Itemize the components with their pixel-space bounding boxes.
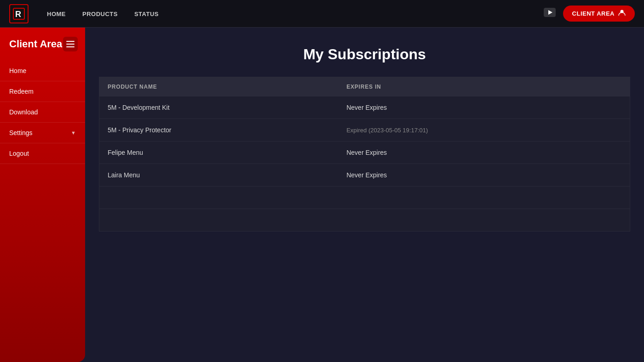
- cell-expires-in: Never Expires: [338, 164, 630, 187]
- hamburger-button[interactable]: [63, 37, 78, 51]
- cell-expires-in: Expired (2023-05-05 19:17:01): [338, 119, 630, 141]
- table-row-empty: [99, 187, 630, 209]
- sidebar-link-download[interactable]: Download: [0, 102, 85, 122]
- table-row: Felipe MenuNever Expires: [99, 141, 630, 164]
- table-row-empty: [99, 209, 630, 232]
- sidebar-item-download[interactable]: Download: [0, 102, 85, 123]
- user-icon: [618, 9, 626, 18]
- cell-product-name: Laira Menu: [99, 164, 339, 187]
- sidebar-item-redeem[interactable]: Redeem: [0, 81, 85, 102]
- table-header: PRODUCT NAME EXPIRES IN: [99, 77, 630, 97]
- svg-text:R: R: [15, 10, 21, 19]
- client-area-button[interactable]: CLIENT AREA: [563, 6, 635, 22]
- sidebar-link-home[interactable]: Home: [0, 61, 85, 81]
- logo: R: [9, 4, 29, 23]
- sidebar-link-redeem[interactable]: Redeem: [0, 81, 85, 102]
- logo-icon: R: [12, 7, 25, 20]
- sidebar-nav: Home Redeem Download Settings ▼ Logout: [0, 61, 85, 164]
- table-row: 5M - Privacy ProtectorExpired (2023-05-0…: [99, 119, 630, 141]
- hamburger-line-1: [66, 41, 75, 42]
- nav-links: HOME PRODUCTS STATUS: [47, 10, 159, 18]
- table-row: 5M - Development KitNever Expires: [99, 96, 630, 119]
- cell-expires-in: Never Expires: [338, 96, 630, 119]
- col-product-name: PRODUCT NAME: [99, 77, 339, 97]
- page-title: My Subscriptions: [99, 46, 630, 63]
- cell-product-name: Felipe Menu: [99, 141, 339, 164]
- sidebar-item-home[interactable]: Home: [0, 61, 85, 81]
- nav-item-status[interactable]: STATUS: [134, 10, 159, 18]
- cell-product-name: 5M - Development Kit: [99, 96, 339, 119]
- hamburger-line-2: [66, 44, 75, 45]
- nav-right: CLIENT AREA: [544, 6, 635, 22]
- table-row: Laira MenuNever Expires: [99, 164, 630, 187]
- hamburger-line-3: [66, 46, 75, 47]
- cell-product-name: 5M - Privacy Protector: [99, 119, 339, 141]
- cell-expires-in: Never Expires: [338, 141, 630, 164]
- main-content: My Subscriptions PRODUCT NAME EXPIRES IN…: [85, 28, 644, 362]
- navbar: R HOME PRODUCTS STATUS CLIENT AREA: [0, 0, 644, 28]
- nav-item-home[interactable]: HOME: [47, 10, 66, 18]
- sidebar-link-settings[interactable]: Settings ▼: [0, 123, 85, 143]
- client-area-label: CLIENT AREA: [572, 10, 615, 17]
- chevron-down-icon: ▼: [71, 130, 76, 136]
- table-header-row: PRODUCT NAME EXPIRES IN: [99, 77, 630, 97]
- sidebar-item-settings[interactable]: Settings ▼: [0, 123, 85, 143]
- youtube-icon[interactable]: [544, 8, 556, 20]
- nav-left: R HOME PRODUCTS STATUS: [9, 4, 159, 23]
- subscriptions-table: PRODUCT NAME EXPIRES IN 5M - Development…: [99, 77, 630, 232]
- sidebar-header: Client Area: [0, 37, 85, 61]
- layout: Client Area Home Redeem Download Setting…: [0, 28, 644, 362]
- sidebar-title: Client Area: [9, 38, 62, 50]
- sidebar-link-logout[interactable]: Logout: [0, 143, 85, 164]
- col-expires-in: EXPIRES IN: [338, 77, 630, 97]
- sidebar-settings-label: Settings: [9, 129, 33, 136]
- nav-item-products[interactable]: PRODUCTS: [82, 10, 118, 18]
- table-body: 5M - Development KitNever Expires5M - Pr…: [99, 96, 630, 232]
- sidebar: Client Area Home Redeem Download Setting…: [0, 28, 85, 362]
- sidebar-item-logout[interactable]: Logout: [0, 143, 85, 164]
